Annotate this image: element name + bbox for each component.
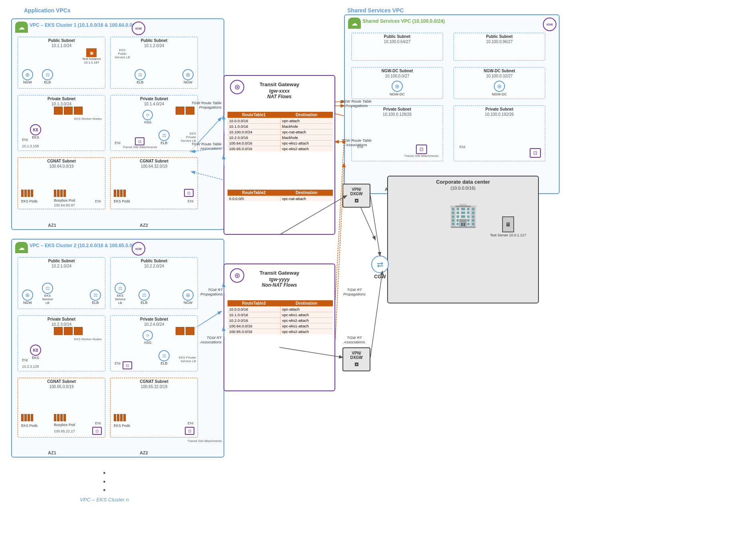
vpc1-eks-private-lb: EKSPrivateService LB (180, 132, 196, 143)
tgw-rt-assoc-label-2: TGW RT Associations (190, 335, 222, 344)
rt2-table: RouteTable2 Destination 0.0.0.0/0vpc-nat… (228, 190, 333, 201)
vpc2-cgnat1-tgw: ⊡ (92, 427, 102, 435)
vpc1-ngw2-icon: ⊕ NGW (182, 69, 194, 84)
vpc2-private-subnet-2: Private Subnet 10.2.4.0/24 ⟳ ASG EKS Pri… (110, 315, 198, 371)
vpc1-worker-nodes (54, 107, 102, 115)
vpc2-eks-pods-1 (21, 414, 33, 421)
shared-private-subnet-1-cidr: 10.100.0.128/26 (383, 112, 412, 117)
shared-ngwdc-subnet-2: NGW-DC Subnet 10.100.0.32/27 ⊕ NGW-DC (453, 67, 545, 99)
vpc2-cgnat2-tgw: ⊡ (185, 427, 194, 435)
vpc2-box: ☁ VPC – EKS Cluster 2 (10.2.0.0/16 & 100… (11, 239, 224, 458)
shared-public-subnet-1-cidr: 10.100.0.64/27 (384, 40, 411, 44)
vpc2-az2-label: AZ2 (140, 450, 148, 455)
vpc2-public-subnet-2: Public Subnet 10.2.2.0/24 ⚖ EKSServiceLB… (110, 257, 198, 309)
vpc2-cgnat-subnet-2: CGNAT Subnet 100.65.32.0/19 EKS Pods ENI… (110, 378, 198, 438)
vpc1-priv2-elb: ⚖ ELB (158, 130, 170, 145)
shared-public-subnet-1: Public Subnet 10.100.0.64/27 (351, 33, 443, 61)
vpc1-eks-pods-2 (114, 190, 126, 197)
corp-dc-cidr: (10.0.0.0/16) (388, 186, 538, 192)
shared-ngwdc-subnet-2-label: NGW-DC Subnet (484, 69, 515, 73)
cgw-icon: ⇄ CGW (371, 256, 389, 279)
rt3-dest-header: Destination (280, 300, 333, 306)
vpc1-priv2-cidr: 10.1.4.0/24 (144, 102, 164, 106)
vpc2-cgnat-subnet-1: CGNAT Subnet 100.65.0.0/19 EKS Pods Busy… (18, 378, 105, 438)
vpc1-priv2-eni: ENI (115, 141, 121, 145)
cgw-label: CGW (374, 274, 386, 279)
ngwdc-2-icon: ⊕ NGW-DC (492, 81, 507, 96)
vpc2-eks-service-lb1: ⚖ EKSServiceLB (42, 283, 53, 305)
tgw-nonnat-subtitle: Non-NAT Flows (224, 282, 334, 288)
tgw-rt-prop-label-2: TGW Route Table Propagations (338, 99, 374, 108)
vpc2-priv2-elb: ⚖ ELB (158, 350, 170, 365)
vpc1-worker-nodes-label: EKS Worker Nodes (74, 117, 102, 121)
vpc2-public-subnet-1: Public Subnet 10.2.1.0/24 ⊕ NGW ⚖ EKSSer… (18, 257, 105, 309)
vpc1-test-instance: ▣ Test Instance10.1.1.197 (82, 48, 101, 64)
test-server-icon: 🖥 Test Server 10.0.1.117 (490, 216, 526, 237)
vpc2-igw: IGW (132, 242, 145, 256)
app-vpcs-label: Application VPCs (24, 7, 71, 14)
rt1-table: RouteTable1 Destination 10.0.0.0/16vpn-a… (228, 112, 333, 151)
shared-vpc-igw: IGW (543, 18, 556, 31)
vpc1-elb-icon: ⚖ ELB (42, 69, 53, 84)
vpc2-eks-pods-2 (114, 414, 126, 421)
shared-public-subnet-2-label: Public Subnet (486, 34, 513, 39)
vpc1-box: ☁ VPC – EKS Cluster 1 (10.1.0.0/16 & 100… (11, 18, 224, 230)
vpc2-priv2-nodes (176, 327, 194, 335)
vpc1-ngw-icon: ⊕ NGW (22, 69, 33, 84)
shared-ngwdc-subnet-1-cidr: 10.100.0.0/27 (385, 74, 409, 78)
vpc1-priv1-eni-label: ENI (22, 138, 28, 142)
tgw-nat-box: ⊛ Transit Gateway tgw-xxxx NAT Flows Rou… (224, 75, 335, 235)
vpc2-title: VPC – EKS Cluster 2 (10.2.0.0/16 & 100.6… (30, 243, 141, 248)
shared-private-2-eni: ENI (459, 145, 465, 149)
vpc1-title: VPC – EKS Cluster 1 (10.1.0.0/16 & 100.6… (30, 22, 141, 28)
vpc1-priv1-cidr: 10.1.3.0/24 (51, 102, 71, 106)
shared-private-subnet-2: Private Subnet 10.100.0.192/26 ENI ⊡ (453, 105, 545, 161)
shared-services-vpc-box: ☁ Shared Services VPC (10.100.0.0/24) IG… (344, 14, 560, 194)
shared-vpc-title: Shared Services VPC (10.100.0.0/24) (362, 18, 445, 24)
shared-private-subnet-1: Private Subnet 10.100.0.128/26 ENI ⊡ Tra… (351, 105, 443, 161)
vpc2-asg: ⟳ ASG (142, 330, 153, 345)
shared-public-subnet-2-cidr: 10.100.0.96/27 (486, 40, 513, 44)
rt2-name-header: RouteTable2 (228, 190, 280, 196)
shared-private-subnet-2-label: Private Subnet (485, 107, 513, 111)
vpc1-cloud-icon: ☁ (15, 22, 28, 33)
vpc1-cgnat-subnet-2: CGNAT Subnet 100.64.32.0/19 EKS Pods ENI… (110, 157, 198, 209)
tgw-rt-prop-label-3: TGW RT Propagations (191, 287, 223, 296)
shared-private-subnet-2-cidr: 10.100.0.192/26 (485, 112, 514, 117)
vpc2-eks-icon: K8 EKS (30, 345, 41, 360)
diagram-container: { "title": "AWS Network Architecture Dia… (0, 0, 756, 543)
corp-building-icon: 🏢 (448, 200, 478, 229)
tgw-nonnat-icon: ⊛ (230, 268, 244, 283)
corp-test-server-label: Test Server 10.0.1.117 (490, 233, 526, 237)
tgw-rt-assoc-label-1: TGW Route Table Associations (184, 142, 222, 151)
corp-dc-title: Corporate data center (388, 176, 538, 186)
shared-ngwdc-subnet-1-label: NGW-DC Subnet (382, 69, 413, 73)
vpc1-igw: IGW (132, 22, 145, 35)
vpc2-tgw-attach-label: Transit GW Attachments (188, 439, 222, 443)
vpn-dxgw-1: VPN/ DXGW ⧈ (342, 184, 370, 208)
vpc2-az1-label: AZ1 (48, 450, 56, 455)
vpc1-az1-label: AZ1 (48, 223, 56, 228)
vpc1-eks-pods-1 (21, 190, 33, 197)
shared-private-subnet-1-label: Private Subnet (383, 107, 411, 111)
tgw-rt-assoc-right: TGW RTAssociations (338, 335, 370, 344)
tgw-nonnat-box: ⊛ Transit Gateway tgw-yyyy Non-NAT Flows… (224, 264, 335, 391)
vpc1-az2-label: AZ2 (140, 223, 148, 228)
shared-public-subnet-1-label: Public Subnet (384, 34, 411, 39)
vpc2-private-subnet-1: Private Subnet 10.2.3.0/24 ENI K8 EKS EK… (18, 315, 105, 371)
vpc1-tgw-attach-icon: ⊡ Transit GW Attachments (123, 137, 157, 149)
shared-ngwdc-subnet-1: NGW-DC Subnet 10.100.0.0/27 ⊕ NGW-DC (351, 67, 443, 99)
vpc1-public-subnet-1: Public Subnet 10.1.1.0/24 ⊕ NGW ⚖ ELB ▣ … (18, 37, 105, 89)
vpc2-elb1: ⚖ ELB (90, 289, 101, 305)
shared-public-subnet-2: Public Subnet 10.100.0.96/27 (453, 33, 545, 61)
tgw-nat-subtitle: NAT Flows (224, 94, 334, 99)
corporate-dc-box: Corporate data center (10.0.0.0/16) 🏢 🖥 … (387, 176, 539, 303)
vpc2-ngw-icon: ⊕ NGW (22, 289, 33, 305)
vpc1-public-subnet-2: Public Subnet 10.1.2.0/24 EKSPublicServi… (110, 37, 198, 89)
vpc-n-label: VPC – EKS Cluster n (80, 497, 129, 503)
vpc1-priv1-ip: 10.1.3.158 (22, 144, 39, 148)
vpc2-tgw-attach: ⊡ (123, 361, 132, 369)
shared-tgw-attach-1: ⊡ Transit GW Attachments (404, 145, 439, 158)
vpc1-cgnat2-tgw: ⊡ (184, 189, 194, 197)
rt1-dest-header: Destination (280, 112, 333, 118)
